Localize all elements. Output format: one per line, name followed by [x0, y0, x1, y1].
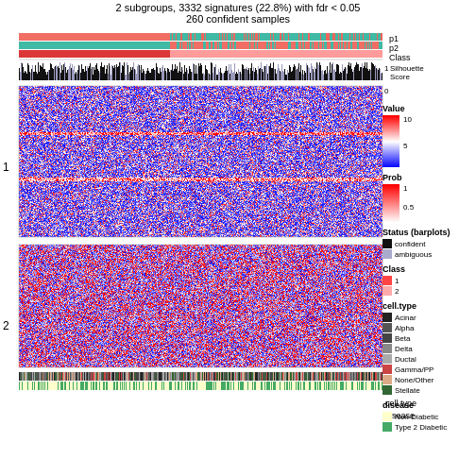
title-line2: 260 confident samples [9, 13, 467, 25]
class1-swatch [382, 276, 392, 285]
celltype-items: AcinarAlphaBetaDeltaDuctalGamma/PPNone/O… [382, 313, 472, 395]
class1-label: 1 [395, 277, 399, 285]
celltype-swatch-3 [382, 344, 392, 353]
celltype-swatch-4 [382, 354, 392, 364]
celltype-legend-item: Delta [382, 344, 472, 353]
ambiguous-item: ambiguous [382, 249, 472, 259]
celltype-swatch-6 [382, 375, 392, 384]
celltype-legend-item: Beta [382, 333, 472, 343]
celltype-legend-item: Alpha [382, 323, 472, 332]
p1-label: p1 [389, 34, 399, 43]
disease-legend: disease Non-DiabeticType 2 Diabetic [382, 400, 472, 432]
confident-label: confident [395, 240, 425, 248]
class2-swatch [382, 286, 392, 296]
value-max: 10 [403, 115, 412, 124]
p2-label: p2 [389, 43, 399, 53]
row1-label: 1 [3, 161, 9, 174]
celltype-legend-item: Ductal [382, 354, 472, 364]
prob-colorbar-canvas [382, 184, 400, 222]
celltype-legend-item: None/Other [382, 375, 472, 384]
confident-item: confident [382, 239, 472, 248]
value-legend: Value 10 5 [382, 104, 472, 167]
disease-items: Non-DiabeticType 2 Diabetic [382, 412, 472, 432]
sil-label: SilhouetteScore [390, 64, 424, 81]
value-mid: 5 [403, 142, 412, 150]
main-container: 2 subgroups, 3332 signatures (22.8%) wit… [0, 0, 476, 476]
celltype-legend-title: cell.type [382, 301, 472, 311]
prob-legend: Prob 1 0.5 [382, 173, 472, 222]
ambiguous-swatch [382, 249, 392, 259]
row2-label: 2 [3, 319, 9, 332]
disease-legend-item: Type 2 Diabetic [382, 422, 472, 432]
legend-area: Value 10 5 Prob 1 0.5 [382, 104, 472, 437]
value-colorbar-canvas [382, 115, 400, 167]
status-legend: Status (barplots) confident ambiguous [382, 228, 472, 259]
class2-item: 2 [382, 286, 472, 296]
class-legend-title: Class [382, 264, 472, 274]
celltype-swatch-1 [382, 323, 392, 332]
celltype-legend-item: Gamma/PP [382, 365, 472, 374]
disease-legend-title: disease [382, 400, 472, 410]
title-area: 2 subgroups, 3332 signatures (22.8%) wit… [9, 2, 467, 25]
sil-1-label: 1 [384, 64, 388, 73]
ambiguous-label: ambiguous [395, 250, 432, 259]
disease-swatch-1 [382, 422, 392, 432]
title-line1: 2 subgroups, 3332 signatures (22.8%) wit… [9, 2, 467, 13]
celltype-swatch-5 [382, 365, 392, 374]
value-title: Value [382, 104, 472, 113]
prob-title: Prob [382, 173, 472, 182]
celltype-swatch-7 [382, 385, 392, 395]
class-label: Class [389, 53, 411, 62]
disease-legend-item: Non-Diabetic [382, 412, 472, 421]
status-title: Status (barplots) [382, 228, 472, 237]
celltype-legend-item: Acinar [382, 313, 472, 322]
celltype-legend: cell.type AcinarAlphaBetaDeltaDuctalGamm… [382, 301, 472, 395]
celltype-legend-item: Stellate [382, 385, 472, 395]
confident-swatch [382, 239, 392, 248]
sil-0-label: 0 [384, 87, 388, 95]
prob-mid: 0.5 [403, 203, 414, 212]
class-legend: Class 1 2 [382, 264, 472, 296]
class1-item: 1 [382, 276, 472, 285]
disease-swatch-0 [382, 412, 392, 421]
prob-max: 1 [403, 184, 414, 193]
class2-label: 2 [395, 287, 399, 296]
celltype-swatch-2 [382, 333, 392, 343]
celltype-swatch-0 [382, 313, 392, 322]
